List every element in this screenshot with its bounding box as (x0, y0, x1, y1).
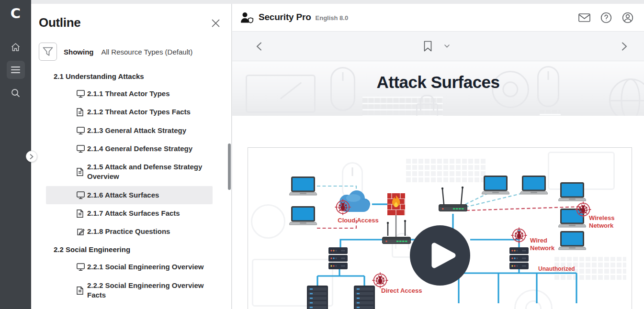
outline-item[interactable]: 2.2.3 Social Engineering Techniques (46, 304, 213, 309)
help-button[interactable] (599, 11, 613, 24)
laptop-icon (558, 232, 586, 250)
play-icon (410, 225, 470, 286)
outline-item-selected[interactable]: 2.1.6 Attack Surfaces (46, 186, 213, 204)
security-pro-icon (240, 12, 254, 23)
wired-network-label: Network (530, 244, 555, 252)
outline-item[interactable]: 2.1.7 Attack Surfaces Facts (46, 204, 213, 222)
account-button[interactable] (621, 11, 634, 24)
previous-lesson-button[interactable] (253, 39, 265, 54)
course-info: Security Pro English 8.0 (240, 12, 348, 23)
decorative-squares-icon (540, 110, 561, 116)
bookmark-controls (423, 40, 451, 53)
server-rack-icon (354, 286, 375, 309)
monitor-icon (77, 191, 85, 199)
resource-filter: Showing All Resource Types (Default) (39, 43, 231, 61)
outline-item[interactable]: 2.1.1 Threat Actor Types (46, 85, 213, 103)
profile-icon (622, 12, 633, 23)
document-icon (77, 168, 85, 176)
main-content: Security Pro English 8.0 (232, 4, 644, 309)
course-edition: English 8.0 (316, 14, 349, 22)
outline-section: 2.1 Understanding Attacks (31, 67, 231, 85)
direct-access-label: Direct Access (381, 287, 422, 294)
lesson-nav (232, 32, 644, 61)
chevron-left-icon (256, 42, 262, 51)
wireless-router-icon (439, 205, 467, 211)
search-button[interactable] (7, 84, 25, 102)
threat-bug-icon (511, 228, 527, 243)
outline-menu-button[interactable] (7, 61, 25, 79)
outline-item[interactable]: 2.1.5 Attack and Defense Strategy Overvi… (46, 158, 213, 186)
messages-button[interactable] (577, 12, 591, 23)
firewall-icon (387, 193, 405, 215)
mail-icon (578, 13, 590, 22)
bookmark-icon (424, 41, 432, 52)
server-stack-icon (329, 248, 348, 269)
filter-value: All Resource Types (Default) (102, 48, 193, 56)
document-icon (77, 287, 85, 295)
home-icon (11, 42, 21, 52)
outline-item[interactable]: 2.2.2 Social Engineering Overview Facts (46, 276, 213, 305)
close-icon (212, 19, 220, 27)
lesson-banner: Attack Surfaces (232, 61, 644, 116)
wireless-network-label: Wireless (589, 214, 614, 221)
bookmark-button[interactable] (423, 40, 433, 53)
chevron-right-icon (30, 154, 34, 159)
menu-icon (11, 66, 20, 73)
laptop-icon (289, 207, 317, 225)
bookmark-menu-button[interactable] (443, 44, 451, 49)
sidebar-expand-button[interactable] (26, 151, 37, 162)
outline-item[interactable]: 2.1.2 Threat Actor Types Facts (46, 103, 213, 121)
threat-bug-icon (373, 273, 388, 288)
outline-scrollbar (228, 4, 231, 309)
outline-section: 2.2 Social Engineering (31, 241, 231, 258)
outline-item[interactable]: 2.2.1 Social Engineering Overview (46, 258, 213, 276)
decorative-lock-icon (416, 103, 438, 116)
header-icons (577, 11, 634, 24)
lesson-content: Cloud Access Direct Access Wired Network… (232, 116, 644, 309)
outline-close-button[interactable] (211, 18, 221, 28)
wireless-network-label: Network (589, 222, 614, 229)
chevron-right-icon (621, 42, 627, 51)
lesson-title: Attack Surfaces (232, 73, 644, 92)
home-button[interactable] (7, 38, 25, 56)
wired-router-icon (383, 237, 411, 244)
chevron-down-icon (444, 44, 450, 48)
course-title: Security Pro (259, 12, 311, 22)
filter-label: Showing (64, 48, 94, 56)
outline-panel: Outline Showing All Resource Types (Defa… (31, 4, 232, 309)
monitor-icon (77, 263, 85, 271)
edit-icon (77, 228, 85, 236)
outline-title: Outline (39, 15, 80, 30)
outline-item[interactable]: 2.1.8 Practice Questions (46, 222, 213, 241)
laptop-icon (520, 177, 548, 195)
monitor-icon (77, 90, 85, 98)
app-logo[interactable]: C (11, 7, 21, 21)
play-button[interactable] (410, 225, 470, 286)
monitor-icon (77, 145, 85, 153)
document-icon (77, 210, 85, 218)
server-rack-icon (307, 286, 328, 309)
funnel-icon (43, 47, 53, 56)
laptop-icon (558, 183, 586, 201)
app-header: Security Pro English 8.0 (232, 4, 644, 32)
server-stack-icon (510, 248, 529, 269)
help-icon (600, 12, 612, 23)
document-icon (77, 108, 85, 116)
outline-item[interactable]: 2.1.4 General Defense Strategy (46, 140, 213, 158)
filter-button[interactable] (39, 43, 57, 61)
outline-list: 2.1 Understanding Attacks 2.1.1 Threat A… (31, 67, 231, 309)
outline-header: Outline (31, 4, 231, 30)
laptop-icon (482, 177, 509, 195)
monitor-icon (77, 127, 85, 134)
video-player[interactable]: Cloud Access Direct Access Wired Network… (248, 147, 632, 309)
search-icon (11, 88, 20, 98)
outline-item[interactable]: 2.1.3 General Attack Strategy (46, 121, 213, 140)
next-lesson-button[interactable] (619, 39, 630, 54)
laptop-icon (289, 177, 317, 196)
wired-network-label: Wired (530, 237, 547, 244)
unauthorized-label: Unauthorized (538, 265, 575, 272)
scrollbar-thumb[interactable] (228, 143, 231, 190)
cloud-access-label: Cloud Access (338, 217, 379, 224)
